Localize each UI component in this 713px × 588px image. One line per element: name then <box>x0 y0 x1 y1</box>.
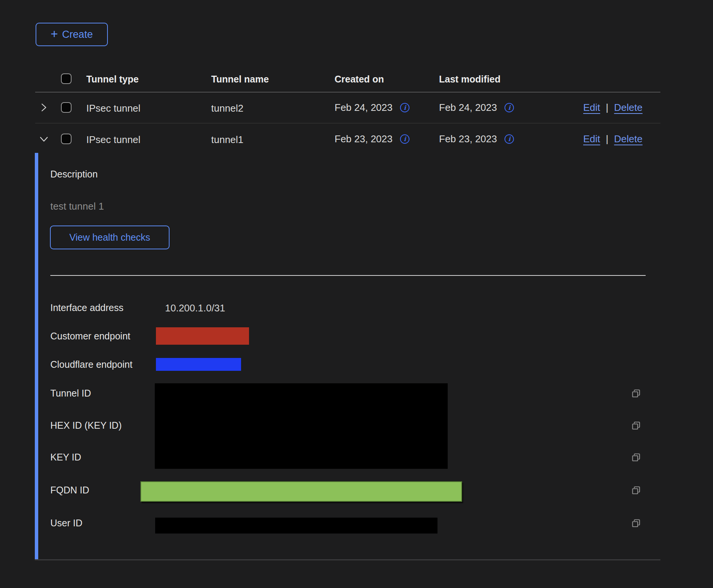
row2-tunnel-name: tunnel1 <box>211 134 243 146</box>
copy-tunnel-id-button[interactable] <box>630 388 642 399</box>
create-button-label: Create <box>62 29 93 40</box>
view-health-checks-label: View health checks <box>69 232 150 243</box>
user-id-redaction <box>155 518 437 534</box>
info-glyph: i <box>404 136 406 142</box>
info-icon[interactable]: i <box>400 103 409 112</box>
row1-created-on: Feb 24, 2023 i <box>335 102 409 114</box>
column-header-created-on: Created on <box>335 74 384 85</box>
expanded-row-accent-bar <box>35 153 38 559</box>
info-icon[interactable]: i <box>504 134 514 144</box>
info-glyph: i <box>508 105 511 111</box>
chevron-right-icon <box>39 103 49 112</box>
copy-icon <box>630 518 642 529</box>
row1-created-date: Feb 24, 2023 <box>335 102 392 114</box>
fqdn-id-label: FQDN ID <box>50 485 89 496</box>
copy-icon <box>630 452 642 463</box>
hex-id-label: HEX ID (KEY ID) <box>50 420 121 431</box>
customer-endpoint-redaction <box>156 327 249 345</box>
plus-icon: + <box>51 28 58 40</box>
row2-delete-link[interactable]: Delete <box>614 133 643 145</box>
actions-separator: | <box>606 133 609 145</box>
panel-divider <box>50 275 646 276</box>
header-divider <box>35 92 660 92</box>
copy-hex-id-button[interactable] <box>630 420 642 431</box>
tunnel-id-label: Tunnel ID <box>50 388 91 399</box>
row1-edit-link[interactable]: Edit <box>583 102 600 114</box>
chevron-down-icon <box>39 134 49 144</box>
copy-icon <box>630 485 642 496</box>
info-glyph: i <box>508 136 511 142</box>
row2-actions: Edit | Delete <box>583 133 643 145</box>
row-divider <box>35 123 660 123</box>
copy-key-id-button[interactable] <box>630 452 642 463</box>
actions-separator: | <box>606 102 609 114</box>
row1-expand-toggle[interactable] <box>39 103 49 112</box>
key-id-label: KEY ID <box>50 452 81 463</box>
row2-expand-toggle[interactable] <box>39 134 49 144</box>
row2-created-on: Feb 23, 2023 i <box>335 133 409 145</box>
row2-created-date: Feb 23, 2023 <box>335 133 392 145</box>
user-id-label: User ID <box>50 518 83 529</box>
row2-last-modified: Feb 23, 2023 i <box>439 133 514 145</box>
table-bottom-divider <box>35 559 660 560</box>
ids-redaction <box>155 383 448 469</box>
copy-icon <box>630 420 642 431</box>
column-header-tunnel-name: Tunnel name <box>211 74 269 85</box>
fqdn-id-redaction <box>140 481 462 502</box>
row1-actions: Edit | Delete <box>583 102 643 114</box>
row2-checkbox[interactable] <box>61 134 72 144</box>
copy-user-id-button[interactable] <box>630 518 642 529</box>
select-all-checkbox[interactable] <box>61 73 72 84</box>
interface-address-label: Interface address <box>50 302 123 313</box>
cloudflare-endpoint-redaction <box>156 358 241 371</box>
row1-checkbox[interactable] <box>61 102 72 113</box>
row1-tunnel-type: IPsec tunnel <box>86 103 140 114</box>
info-icon[interactable]: i <box>504 103 514 112</box>
cloudflare-endpoint-label: Cloudflare endpoint <box>50 359 132 370</box>
row1-last-modified: Feb 24, 2023 i <box>439 102 514 114</box>
description-label: Description <box>50 169 98 180</box>
row1-modified-date: Feb 24, 2023 <box>439 102 497 114</box>
column-header-last-modified: Last modified <box>439 74 501 85</box>
row2-edit-link[interactable]: Edit <box>583 133 600 145</box>
create-button[interactable]: + Create <box>36 23 108 46</box>
copy-icon <box>630 388 642 399</box>
row1-delete-link[interactable]: Delete <box>614 102 643 114</box>
interface-address-value: 10.200.1.0/31 <box>165 302 225 314</box>
column-header-tunnel-type: Tunnel type <box>86 74 139 85</box>
copy-fqdn-id-button[interactable] <box>630 485 642 496</box>
row2-tunnel-type: IPsec tunnel <box>86 134 140 146</box>
row2-modified-date: Feb 23, 2023 <box>439 133 497 145</box>
view-health-checks-button[interactable]: View health checks <box>50 226 170 249</box>
row1-tunnel-name: tunnel2 <box>211 103 243 114</box>
description-value: test tunnel 1 <box>50 201 104 212</box>
customer-endpoint-label: Customer endpoint <box>50 331 130 342</box>
info-icon[interactable]: i <box>400 134 409 144</box>
info-glyph: i <box>404 105 406 111</box>
